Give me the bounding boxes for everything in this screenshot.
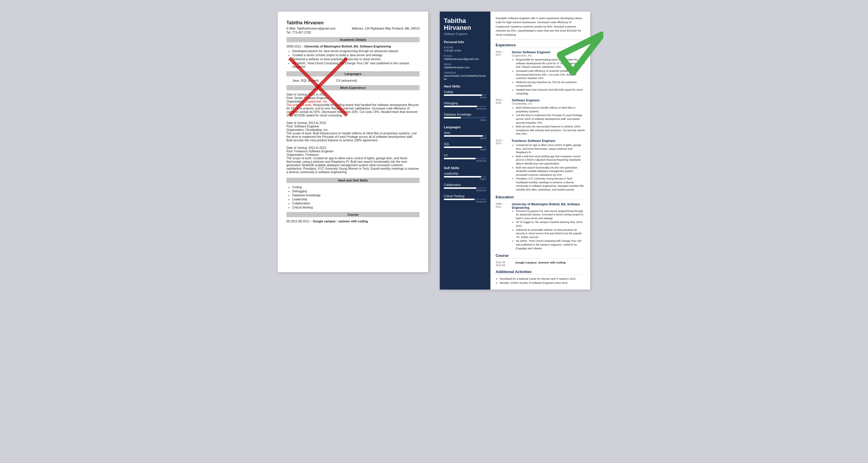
skill-level: Advanced (444, 200, 486, 203)
skill-item: Collaboration Advanced (444, 183, 486, 192)
left-email: E-Mail: TabithaHirvanen@gmail.com (286, 27, 336, 30)
skill-bar-bg (444, 199, 486, 200)
summary-text: Energetic software engineer with 5 years… (496, 16, 585, 39)
exp-body: Senior Software Engineer Cryptoconic, In… (512, 50, 585, 95)
skill-bar-bg (444, 117, 486, 118)
exp-dates: 2013 –2015 (496, 98, 509, 136)
soft-skills-label: Soft Skills (444, 166, 486, 170)
exp-bullet: Built security into new product features… (516, 125, 585, 136)
edu-body: University of Washington Bothell, BA, So… (512, 202, 585, 251)
left-header-info: E-Mail: TabithaHirvanen@gmail.com Addres… (286, 27, 420, 30)
skill-name: C# (444, 154, 486, 157)
skill-name: Collaboration (444, 183, 486, 186)
work3-scope-label: The scope of work: (286, 156, 313, 160)
skills-list: Coding Debugging Database knowledge Lead… (286, 185, 420, 209)
email-item: E-mail TabithaHirvanen@gmail.com (444, 54, 486, 60)
activity-item: Member, IAENG Society of Software Engine… (500, 281, 585, 285)
edu-entry: 2008 –2012 University of Washington Both… (496, 202, 585, 251)
skill-name: Debugging (444, 102, 486, 105)
personal-info-label: Personal Info (444, 40, 486, 44)
phone-val: 773-457-2703 (444, 49, 486, 52)
skill-item: Critical Thinking Advanced (444, 195, 486, 203)
email-val: TabithaHirvanen@gmail.com (444, 57, 486, 60)
left-address: Address: 134 Rightward Way Portland, ME,… (352, 27, 420, 30)
sidebar-name-block: Tabitha Hirvanen Software Engineer (444, 18, 486, 36)
work-entry-3: Date of Joining: 2012 to 2013 Post: Free… (286, 146, 420, 174)
skill-name: Java (444, 131, 486, 134)
skill-level: Expert (444, 96, 486, 99)
languages-section-title: Languages (286, 71, 420, 77)
work1-org-label: Organization: (286, 99, 305, 103)
academic-bullets: Developed passion for Java server progra… (286, 49, 420, 68)
skill-bar-fill (444, 176, 481, 177)
work2-org-label: Organization: (286, 128, 305, 132)
work3-org-name: Freelance (305, 153, 319, 156)
sidebar-job-title: Software Engineer (444, 32, 486, 36)
skill-name: Coding (444, 90, 486, 93)
activity-item: Shortlisted for a National Center for Wo… (500, 277, 585, 281)
work3-org: Organization: Freelance (286, 153, 420, 156)
work3-org-label: Organization: (286, 153, 305, 156)
experience-container: 2015 –2017 Senior Software Engineer Cryp… (496, 50, 585, 192)
academic-bullet-4: My article, "How Cloud Computing Will Ch… (292, 61, 420, 68)
hard-skills-label: Hard Skills (444, 85, 486, 88)
main-content: Energetic software engineer with 5 years… (490, 11, 590, 290)
exp-bullet: Responsible for spearheading teams that … (516, 58, 585, 69)
skill-item: Java Expert (444, 131, 486, 140)
skill-name: Critical Thinking (444, 195, 486, 198)
skill-3: Database knowledge (292, 194, 420, 197)
skill-level: Expert (444, 148, 486, 151)
linkedin-key: LinkedIn (444, 71, 486, 74)
education-heading: Education (496, 195, 585, 200)
exp-bullet: Increased code efficiency of customer po… (516, 69, 585, 80)
skill-name: SQL (444, 142, 486, 146)
skill-bar-fill (444, 158, 476, 159)
edu-dates: 2008 –2012 (496, 202, 509, 251)
soft-skills-container: Leadership Expert Collaboration Advanced… (444, 172, 486, 203)
lang-2: C# (advanced) (336, 79, 357, 82)
skill-item: C# Advanced (444, 154, 486, 162)
edu-title: University of Washington Bothell, BA, So… (512, 202, 585, 209)
course-name: Google campus : summer with coding (313, 220, 368, 223)
languages-row: Java, SQL (expert) C# (advanced) (286, 79, 420, 82)
skill-level: Advanced (444, 189, 486, 192)
education-container: 2008 –2012 University of Washington Both… (496, 202, 585, 251)
exp-dates: 2012 –2013 (496, 139, 509, 192)
skill-bar-bg (444, 158, 486, 159)
skill-level: Advanced (444, 160, 486, 162)
skill-level: Basic (444, 119, 486, 121)
skill-level: Advanced (444, 108, 486, 110)
skill-bar-fill (444, 117, 461, 118)
course-date: 06.2012-08.2012 – (286, 220, 313, 223)
work1-org: Organization: Cryptoconic, Inc. (286, 99, 420, 103)
academic-bullet-2: Created a senior scholar project to buil… (292, 53, 420, 57)
work2-scope: The scope of work: Built infrastructure … (286, 132, 420, 142)
edu-bullets: Pursued my passion for Java server progr… (512, 209, 585, 251)
exp-dates: 2015 –2017 (496, 50, 509, 95)
exp-body: Freelance Software Engineer Composed an … (512, 139, 585, 192)
phone-item: Phone 773-457-2703 (444, 46, 486, 52)
lang-1: Java, SQL (expert) (292, 79, 319, 82)
resume-sidebar: Tabitha Hirvanen Software Engineer Perso… (440, 11, 490, 290)
skills-section-title: Hard and Soft Skills (286, 178, 420, 183)
academic-bullet-3: Delivered a webinar on best practices fo… (292, 57, 420, 61)
course-right-entry: 2012-062012-08 Google Campus: Summer wit… (496, 261, 585, 267)
work2-org: Organization: Cloudwallop, Inc. (286, 128, 420, 132)
skill-2: Debugging (292, 190, 420, 193)
skill-name: Leadership (444, 172, 486, 175)
skill-name: Database Knowledge (444, 113, 486, 116)
exp-bullets: Responsible for spearheading teams that … (512, 58, 585, 95)
skill-item: Database Knowledge Basic (444, 113, 486, 121)
phone-key: Phone (444, 46, 486, 49)
skill-item: SQL Expert (444, 142, 486, 151)
exp-title: Senior Software Engineer (512, 50, 585, 54)
hard-skills-container: Coding Expert Debugging Advanced Databas… (444, 90, 486, 121)
email-key: E-mail (444, 54, 486, 57)
www-key: WWW (444, 63, 486, 66)
work1-scope: The scope of work: Responsible for leadi… (286, 103, 420, 117)
work-entry-2: Date of Joining: 2013 to 2015 Post: Soft… (286, 121, 420, 142)
exp-bullet: Led the drive to implement the Principle… (516, 114, 585, 124)
work1-post: Post: Senior Software Engineer (286, 96, 420, 99)
skill-item: Coding Expert (444, 90, 486, 99)
work3-scope: The scope of work: Created an app to all… (286, 156, 420, 174)
